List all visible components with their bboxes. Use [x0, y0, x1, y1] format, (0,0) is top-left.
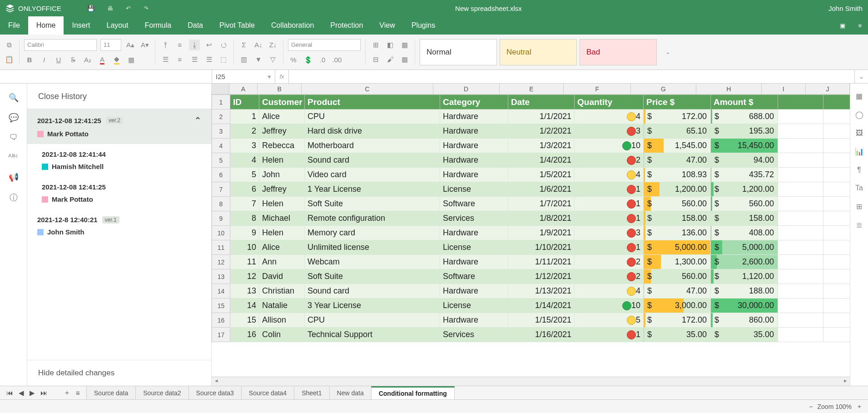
cell-price[interactable]: $560.00	[644, 269, 711, 284]
cell-id[interactable]: 8	[230, 211, 259, 226]
empty-cell[interactable]	[823, 269, 850, 284]
cell-product[interactable]: 1 Year License	[305, 182, 440, 197]
cell-amount[interactable]: $5,000.00	[711, 240, 778, 255]
cell-customer[interactable]: Christian	[259, 284, 305, 299]
cell-date[interactable]: 1/6/2021	[508, 182, 575, 197]
table-row[interactable]: 21AliceCPUHardware1/1/20214$172.00$688.0…	[212, 109, 850, 124]
row-header[interactable]: 11	[212, 240, 230, 255]
empty-cell[interactable]	[823, 226, 850, 240]
italic-icon[interactable]: I	[39, 55, 50, 65]
cell-amount[interactable]: $195.30	[711, 124, 778, 139]
align-center-icon[interactable]: ≡	[174, 54, 185, 65]
font-size-select[interactable]	[100, 39, 121, 51]
empty-cell[interactable]	[823, 255, 850, 269]
sort-asc-icon[interactable]: A↓	[253, 40, 264, 50]
cell-id[interactable]: 5	[230, 168, 259, 182]
row-header[interactable]: 15	[212, 299, 230, 313]
empty-cell[interactable]	[823, 197, 850, 211]
cell-category[interactable]: Hardware	[440, 255, 508, 269]
cell-product[interactable]: 3 Year License	[305, 299, 440, 313]
row-header[interactable]: 14	[212, 284, 230, 299]
header-cell[interactable]	[778, 95, 823, 109]
paste-icon[interactable]: 📋	[4, 54, 15, 65]
tab-file[interactable]: File	[0, 16, 28, 35]
empty-cell[interactable]	[778, 182, 823, 197]
cell-quantity[interactable]: 4	[575, 284, 644, 299]
header-cell[interactable]: Product	[305, 95, 440, 109]
wrap-text-icon[interactable]: ↩	[203, 40, 214, 50]
scroll-left-icon[interactable]: ◂	[212, 377, 221, 386]
empty-cell[interactable]	[778, 109, 823, 124]
empty-cell[interactable]	[823, 168, 850, 182]
cell-id[interactable]: 11	[230, 255, 259, 269]
empty-cell[interactable]	[778, 124, 823, 139]
cell-id[interactable]: 1	[230, 109, 259, 124]
cell-customer[interactable]: David	[259, 269, 305, 284]
sort-desc-icon[interactable]: Z↓	[268, 40, 278, 50]
row-header[interactable]: 16	[212, 313, 230, 328]
cell-customer[interactable]: Jeffrey	[259, 182, 305, 197]
tab-insert[interactable]: Insert	[64, 16, 98, 35]
sheet-tab[interactable]: Conditional formatting	[371, 386, 455, 399]
cell-category[interactable]: License	[440, 182, 508, 197]
tab-layout[interactable]: Layout	[98, 16, 136, 35]
column-header[interactable]: B	[258, 84, 302, 94]
cell-product[interactable]: Hard disk drive	[305, 124, 440, 139]
table-row[interactable]: 32JeffreyHard disk driveHardware1/2/2021…	[212, 124, 850, 139]
styles-expand-icon[interactable]: ⌄	[660, 49, 676, 55]
cell-category[interactable]: Software	[440, 269, 508, 284]
delete-cells-icon[interactable]: ⊟	[370, 54, 381, 65]
table-row[interactable]: 54HelenSound cardHardware1/4/20212$47.00…	[212, 153, 850, 168]
cell-id[interactable]: 16	[230, 328, 259, 342]
tab-data[interactable]: Data	[179, 16, 211, 35]
font-family-select[interactable]	[24, 39, 97, 51]
fx-icon[interactable]: fx	[275, 70, 289, 83]
cell-product[interactable]: Soft Suite	[305, 197, 440, 211]
table-row[interactable]: 1211AnnWebcamHardware1/11/20212$1,300.00…	[212, 255, 850, 269]
header-cell[interactable]: Quantity	[575, 95, 644, 109]
cell-category[interactable]: Services	[440, 328, 508, 342]
cell-price[interactable]: $5,000.00	[644, 240, 711, 255]
merge-icon[interactable]: ⬚	[218, 54, 229, 65]
name-box[interactable]: I25▾	[212, 70, 275, 83]
cell-quantity[interactable]: 4	[575, 168, 644, 182]
dec-decrease-icon[interactable]: .0	[317, 55, 328, 65]
cell-date[interactable]: 1/1/2021	[508, 109, 575, 124]
empty-cell[interactable]	[823, 211, 850, 226]
table-row[interactable]: 1615AllisonCPUHardware1/15/20215$172.00$…	[212, 313, 850, 328]
row-header[interactable]: 6	[212, 168, 230, 182]
scroll-right-icon[interactable]: ▸	[841, 377, 850, 386]
empty-cell[interactable]	[823, 153, 850, 168]
empty-cell[interactable]	[823, 328, 850, 342]
font-color-icon[interactable]: A	[97, 55, 108, 65]
user-name[interactable]: John Smith	[828, 5, 863, 12]
cell-quantity[interactable]: 3	[575, 124, 644, 139]
row-header[interactable]: 3	[212, 124, 230, 139]
column-header[interactable]: F	[564, 84, 631, 94]
decrease-font-icon[interactable]: A▾	[139, 40, 150, 50]
row-header[interactable]: 1	[212, 95, 230, 109]
cell-id[interactable]: 4	[230, 153, 259, 168]
cell-id[interactable]: 14	[230, 299, 259, 313]
table-row[interactable]: 87HelenSoft SuiteSoftware1/7/20211$560.0…	[212, 197, 850, 211]
sheet-tab[interactable]: Source data	[86, 386, 136, 399]
sheet-prev-icon[interactable]: ◀	[19, 389, 24, 397]
sheet-tab[interactable]: Source data4	[241, 386, 294, 399]
cell-amount[interactable]: $35.00	[711, 328, 778, 342]
cell-price[interactable]: $65.10	[644, 124, 711, 139]
cell-product[interactable]: Memory card	[305, 226, 440, 240]
cell-category[interactable]: Hardware	[440, 109, 508, 124]
cell-date[interactable]: 1/5/2021	[508, 168, 575, 182]
table-row[interactable]: 1312DavidSoft SuiteSoftware1/12/20212$56…	[212, 269, 850, 284]
sheet-list-icon[interactable]: ≡	[76, 389, 80, 397]
row-header[interactable]: 7	[212, 182, 230, 197]
subsuper-icon[interactable]: A₂	[82, 55, 93, 65]
cell-customer[interactable]: Alice	[259, 109, 305, 124]
empty-cell[interactable]	[778, 284, 823, 299]
align-middle-icon[interactable]: ≡	[174, 40, 185, 50]
zoom-level[interactable]: Zoom 100%	[818, 403, 852, 410]
table-row[interactable]: 1413ChristianSound cardHardware1/13/2021…	[212, 284, 850, 299]
cell-quantity[interactable]: 3	[575, 226, 644, 240]
cond-format-icon[interactable]: ▦	[399, 40, 410, 50]
cell-amount[interactable]: $158.00	[711, 211, 778, 226]
